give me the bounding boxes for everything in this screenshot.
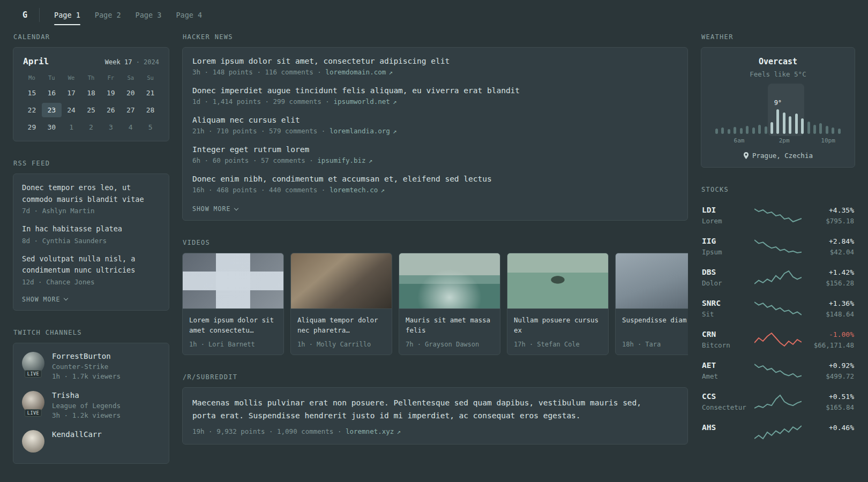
twitch-header: TWITCH CHANNELS	[13, 329, 169, 336]
twitch-channel-item[interactable]: LIVE ForrestBurton Counter-Strike 1h · 1…	[22, 352, 160, 380]
calendar-day: 21	[140, 86, 160, 100]
rss-item: Donec tempor eros leo, ut commodo mauris…	[22, 182, 160, 215]
video-thumbnail[interactable]	[183, 253, 283, 309]
video-meta: 7h · Grayson Dawson	[406, 336, 493, 348]
hackernews-item-title[interactable]: Donec imperdiet augue tincidunt felis al…	[192, 86, 678, 95]
calendar-day: 22	[22, 103, 42, 117]
channel-meta: 1h · 1.7k viewers	[52, 372, 121, 380]
weather-bar	[807, 122, 810, 134]
subreddit-post-title[interactable]: Maecenas mollis pulvinar erat non posuer…	[192, 397, 653, 423]
video-thumbnail[interactable]	[291, 253, 392, 309]
nav-tab[interactable]: Page 4	[176, 0, 202, 30]
rss-item: Sed volutpat nulla nisl, a condimentum n…	[22, 253, 160, 286]
stock-symbol: AHS	[702, 423, 749, 432]
twitch-card: LIVE ForrestBurton Counter-Strike 1h · 1…	[13, 343, 169, 464]
nav-tab[interactable]: Page 3	[136, 0, 162, 30]
video-card[interactable]: Lorem ipsum dolor sit amet consectetu… 1…	[182, 253, 284, 355]
stock-name: Bitcorn	[702, 341, 749, 349]
stock-sparkline	[754, 238, 802, 254]
rss-show-more-button[interactable]: SHOW MORE	[22, 296, 68, 303]
weather-bar	[765, 126, 767, 134]
hackernews-item-title[interactable]: Donec enim nibh, condimentum et accumsan…	[192, 175, 678, 183]
video-card[interactable]: Nullam posuere cursus ex 17h · Stefan Co…	[507, 253, 609, 355]
source-domain-link[interactable]: loremdomain.com	[325, 68, 386, 76]
weather-widget: WEATHER Overcast Feels like 5°C	[701, 33, 855, 168]
rss-header: RSS FEED	[13, 160, 169, 167]
video-thumbnail[interactable]	[507, 253, 608, 309]
calendar-grid: Mo Tu We Th Fr Sa	[22, 71, 160, 134]
stock-change: +2.84%	[807, 237, 854, 245]
stock-sparkline	[754, 332, 802, 348]
source-domain-link[interactable]: ipsumworld.net	[333, 97, 390, 106]
calendar-day: 5	[140, 120, 160, 134]
video-card[interactable]: Aliquam tempor dolor nec pharetra… 1h · …	[290, 253, 392, 355]
weather-bar	[783, 112, 785, 134]
rss-item-title[interactable]: Donec tempor eros leo, ut commodo mauris…	[22, 182, 160, 205]
video-title: Nullam posuere cursus ex	[514, 315, 602, 336]
app-logo[interactable]: G	[13, 8, 40, 22]
rss-item-title[interactable]: In hac habitasse platea	[22, 223, 160, 235]
stock-name: Ipsum	[702, 248, 749, 256]
hackernews-item-title[interactable]: Integer eget rutrum lorem	[192, 145, 678, 154]
weather-bar	[795, 114, 798, 134]
hackernews-item-title[interactable]: Lorem ipsum dolor sit amet, consectetur …	[192, 57, 678, 65]
weather-bar	[752, 127, 755, 134]
twitch-channel-item[interactable]: LIVE Trisha League of Legends 3h · 1.2k …	[22, 391, 160, 419]
hackernews-item-meta: 3h · 148 points · 116 comments · loremdo…	[192, 68, 678, 76]
stock-price: $42.04	[807, 248, 854, 256]
stock-name: Amet	[702, 372, 749, 380]
calendar-day: 28	[140, 103, 160, 117]
hackernews-item-meta: 21h · 710 points · 579 comments · loreml…	[192, 127, 678, 135]
videos-row: Lorem ipsum dolor sit amet consectetu… 1…	[182, 253, 688, 355]
weather-bar	[728, 129, 730, 134]
stock-price: $795.18	[807, 217, 854, 225]
source-domain-link[interactable]: loremnet.xyz	[346, 427, 394, 435]
stock-sparkline	[754, 424, 802, 440]
calendar-day: 1	[62, 120, 81, 134]
stock-change: +1.42%	[807, 268, 854, 276]
weather-card: Overcast Feels like 5°C	[701, 47, 855, 168]
hackernews-item-title[interactable]: Aliquam nec cursus elit	[192, 116, 678, 124]
stock-row: AHS +0.46%	[701, 417, 855, 447]
weather-bar	[826, 126, 828, 134]
weather-bar	[838, 129, 841, 134]
rss-item-title[interactable]: Sed volutpat nulla nisl, a condimentum n…	[22, 253, 160, 276]
rss-item-meta: 7d · Ashlyn Martin	[22, 207, 160, 215]
video-card[interactable]: Mauris sit amet massa felis 7h · Grayson…	[399, 253, 500, 355]
nav-tab[interactable]: Page 1	[54, 0, 80, 30]
external-link-icon: ↗	[388, 68, 393, 76]
chevron-down-icon	[64, 296, 68, 300]
source-domain-link[interactable]: ipsumify.biz	[317, 156, 365, 164]
hackernews-widget: HACKER NEWS Lorem ipsum dolor sit amet, …	[182, 33, 688, 221]
hackernews-item-meta: 1d · 1,414 points · 299 comments · ipsum…	[192, 97, 678, 106]
hackernews-show-more-button[interactable]: SHOW MORE	[192, 205, 238, 213]
weather-time-label: 2pm	[779, 137, 790, 144]
video-thumbnail[interactable]	[616, 253, 688, 309]
rss-item: In hac habitasse platea 8d · Cynthia Sau…	[22, 223, 160, 245]
calendar-header: CALENDAR	[13, 33, 169, 41]
video-card[interactable]: Suspendisse diam 18h · Tara	[615, 253, 688, 355]
nav-tabs: Page 1 Page 2 Page 3 Page 4	[40, 0, 202, 30]
calendar-day-header: We	[62, 71, 81, 83]
hackernews-card: Lorem ipsum dolor sit amet, consectetur …	[182, 47, 688, 221]
weather-time-label: 6am	[734, 137, 745, 144]
weather-time-label: 10pm	[821, 137, 835, 144]
calendar-day: 27	[121, 103, 140, 117]
weather-bar	[789, 116, 791, 134]
calendar-week-year: Week 17 · 2024	[105, 58, 159, 66]
nav-tab[interactable]: Page 2	[95, 0, 121, 30]
video-meta: 17h · Stefan Cole	[514, 336, 602, 348]
weather-condition: Overcast	[709, 57, 847, 66]
source-domain-link[interactable]: loremlandia.org	[330, 127, 390, 135]
channel-name: Trisha	[52, 391, 121, 400]
hackernews-item: Integer eget rutrum lorem 6h · 60 points…	[192, 145, 678, 164]
video-thumbnail[interactable]	[399, 253, 500, 309]
source-domain-link[interactable]: loremtech.co	[330, 186, 378, 194]
weather-bar	[832, 127, 834, 134]
calendar-day-header: Sa	[121, 71, 140, 83]
twitch-channel-item[interactable]: KendallCarr	[22, 430, 160, 453]
external-link-icon: ↗	[369, 156, 373, 164]
video-title: Mauris sit amet massa felis	[406, 315, 493, 336]
calendar-month: April	[23, 56, 49, 66]
calendar-card: April Week 17 · 2024 Mo	[13, 47, 169, 141]
